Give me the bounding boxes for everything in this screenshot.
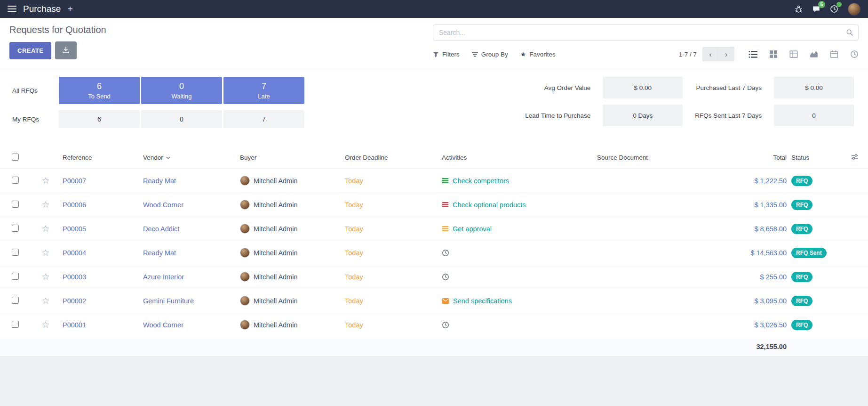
vendor-link[interactable]: Azure Interior [143, 273, 184, 281]
optional-columns-icon[interactable] [851, 153, 859, 161]
row-checkbox[interactable] [12, 177, 19, 184]
reference-link[interactable]: P00004 [63, 249, 86, 257]
table-row[interactable]: ☆ P00007 Ready Mat Mitchell Admin Today … [0, 169, 868, 193]
row-checkbox[interactable] [12, 201, 19, 208]
header-buyer[interactable]: Buyer [238, 147, 343, 169]
favorite-star-icon[interactable]: ☆ [41, 248, 49, 258]
order-deadline-value: Today [345, 249, 363, 257]
vendor-link[interactable]: Gemini Furniture [143, 297, 194, 305]
messages-icon[interactable]: 5 [812, 5, 820, 13]
favorites-star-icon: ★ [520, 50, 526, 58]
row-checkbox[interactable] [12, 225, 19, 232]
tile-late[interactable]: 7 Late [223, 77, 304, 104]
search-input[interactable] [433, 24, 859, 41]
vendor-link[interactable]: Wood Corner [143, 201, 183, 209]
search-icon[interactable] [846, 29, 853, 38]
kpi-stats: Avg Order Value $ 0.00 Purchased Last 7 … [525, 77, 856, 126]
reference-link[interactable]: P00007 [63, 177, 86, 185]
favorite-star-icon[interactable]: ☆ [41, 176, 49, 186]
table-row[interactable]: ☆ P00004 Ready Mat Mitchell Admin Today … [0, 241, 868, 265]
filters-button[interactable]: Filters [433, 51, 460, 58]
table-row[interactable]: ☆ P00003 Azure Interior Mitchell Admin T… [0, 265, 868, 289]
favorite-star-icon[interactable]: ☆ [41, 320, 49, 330]
pivot-view-icon[interactable] [789, 50, 798, 58]
control-panel: Requests for Quotation CREATE [0, 18, 868, 68]
header-total[interactable]: Total [714, 147, 789, 169]
row-checkbox[interactable] [12, 273, 19, 280]
favorite-star-icon[interactable]: ☆ [41, 200, 49, 210]
my-waiting-value[interactable]: 0 [141, 110, 222, 128]
lead-time-value[interactable]: 0 Days [603, 105, 683, 126]
buyer-avatar [240, 176, 250, 186]
apps-menu-icon[interactable] [8, 6, 16, 12]
create-button[interactable]: CREATE [9, 42, 51, 59]
order-deadline-value: Today [345, 225, 363, 233]
lead-time-label: Lead Time to Purchase [525, 112, 590, 119]
favorites-button[interactable]: ★ Favorites [520, 50, 556, 58]
activity-label[interactable]: Check optional products [453, 201, 526, 209]
app-name-menu[interactable]: Purchase [23, 4, 61, 14]
table-row[interactable]: ☆ P00002 Gemini Furniture Mitchell Admin… [0, 289, 868, 313]
table-row[interactable]: ☆ P00006 Wood Corner Mitchell Admin Toda… [0, 193, 868, 217]
pager-next-button[interactable]: › [718, 47, 734, 61]
header-reference[interactable]: Reference [61, 147, 141, 169]
vendor-link[interactable]: Ready Mat [143, 249, 176, 257]
vendor-link[interactable]: Wood Corner [143, 321, 183, 329]
list-view-icon[interactable] [749, 50, 757, 59]
reference-link[interactable]: P00002 [63, 297, 86, 305]
activity-clock-icon[interactable] [442, 321, 449, 329]
select-all-checkbox[interactable] [12, 154, 19, 161]
tile-waiting[interactable]: 0 Waiting [141, 77, 222, 104]
my-to-send-value[interactable]: 6 [59, 110, 140, 128]
pager-previous-button[interactable]: ‹ [702, 47, 718, 61]
row-checkbox[interactable] [12, 297, 19, 304]
vendor-link[interactable]: Ready Mat [143, 177, 176, 185]
favorite-star-icon[interactable]: ☆ [41, 224, 49, 234]
graph-view-icon[interactable] [810, 50, 818, 58]
user-avatar[interactable] [848, 3, 860, 16]
header-activities[interactable]: Activities [440, 147, 595, 169]
rfqs-sent-last-7-days-value[interactable]: 0 [774, 105, 854, 126]
header-source-document[interactable]: Source Document [595, 147, 714, 169]
activity-label[interactable]: Get approval [453, 225, 492, 233]
activity-label[interactable]: Send specifications [453, 297, 512, 305]
export-button[interactable] [55, 41, 77, 59]
my-rfqs-filter[interactable]: My RFQs [12, 116, 57, 123]
activity-label[interactable]: Check competitors [453, 177, 509, 185]
purchased-last-7-days-value[interactable]: $ 0.00 [774, 77, 854, 98]
action-buttons: CREATE [9, 41, 421, 59]
activities-clock-icon[interactable] [830, 5, 838, 13]
reference-link[interactable]: P00003 [63, 273, 86, 281]
activity-clock-icon[interactable] [442, 273, 449, 281]
pager: 1-7 / 7 ‹ › [679, 47, 734, 61]
buyer-name: Mitchell Admin [254, 201, 297, 209]
reference-link[interactable]: P00001 [63, 321, 86, 329]
reference-link[interactable]: P00006 [63, 201, 86, 209]
avg-order-value[interactable]: $ 0.00 [603, 77, 683, 98]
kanban-view-icon[interactable] [769, 50, 778, 58]
plus-icon[interactable]: + [67, 4, 73, 14]
table-row[interactable]: ☆ P00001 Wood Corner Mitchell Admin Toda… [0, 313, 868, 337]
favorite-star-icon[interactable]: ☆ [41, 272, 49, 282]
control-panel-right: Filters Group By ★ Favorites 1-7 / 7 ‹ [433, 24, 859, 61]
header-status[interactable]: Status [789, 147, 841, 169]
row-checkbox[interactable] [12, 321, 19, 328]
table-row[interactable]: ☆ P00005 Deco Addict Mitchell Admin Toda… [0, 217, 868, 241]
tile-to-send[interactable]: 6 To Send [59, 77, 140, 104]
activity-view-icon[interactable] [850, 50, 859, 58]
group-by-button[interactable]: Group By [472, 51, 508, 58]
all-rfqs-filter[interactable]: All RFQs [12, 87, 57, 94]
top-navbar: Purchase + 5 [0, 0, 868, 18]
favorite-star-icon[interactable]: ☆ [41, 296, 49, 306]
debug-bug-icon[interactable] [795, 5, 803, 13]
vendor-link[interactable]: Deco Addict [143, 225, 179, 233]
status-badge: RFQ Sent [791, 248, 827, 258]
header-order-deadline[interactable]: Order Deadline [343, 147, 440, 169]
activity-clock-icon[interactable] [442, 249, 449, 257]
row-checkbox[interactable] [12, 249, 19, 256]
calendar-view-icon[interactable] [830, 50, 838, 58]
header-vendor[interactable]: Vendor [141, 147, 238, 169]
reference-link[interactable]: P00005 [63, 225, 86, 233]
buyer-avatar [240, 272, 250, 282]
my-late-value[interactable]: 7 [223, 110, 304, 128]
